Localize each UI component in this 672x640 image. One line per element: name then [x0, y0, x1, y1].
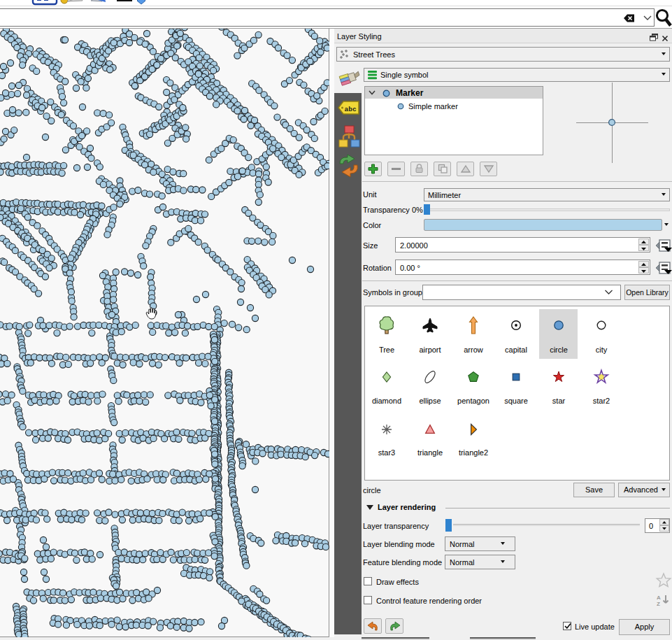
svg-text:A: A [657, 595, 661, 601]
svg-text:Z: Z [657, 601, 660, 607]
